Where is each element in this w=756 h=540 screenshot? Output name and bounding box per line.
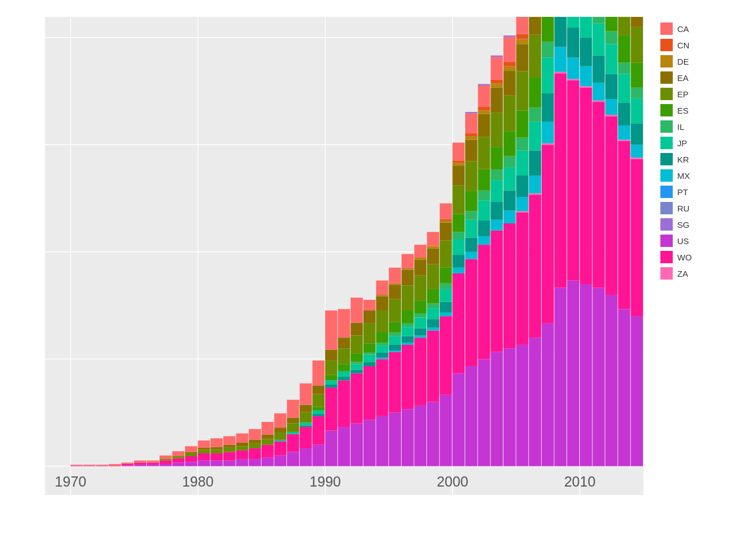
legend-item-pt: PT [660,186,745,198]
svg-rect-284 [516,17,529,34]
svg-rect-291 [529,122,541,151]
legend-swatch-il [660,120,673,133]
svg-rect-294 [529,35,541,78]
svg-rect-125 [350,370,363,373]
svg-rect-281 [516,44,529,71]
legend-swatch-ea [660,71,673,84]
legend-swatch-sg [660,218,673,231]
svg-rect-69 [236,433,249,442]
svg-rect-95 [300,422,312,425]
svg-rect-97 [300,405,312,412]
svg-rect-114 [325,310,338,350]
svg-rect-89 [287,424,299,432]
legend-swatch-ru [660,202,673,214]
svg-rect-249 [490,202,503,220]
legend-label-wo: WO [677,253,692,262]
svg-rect-241 [478,114,490,137]
legend-label-es: ES [677,106,688,115]
svg-rect-46 [185,456,197,462]
svg-rect-53 [198,448,210,450]
svg-rect-60 [223,461,236,466]
svg-rect-58 [210,447,223,449]
svg-rect-162 [389,268,401,284]
svg-rect-248 [490,220,503,231]
svg-rect-314 [555,287,567,466]
svg-rect-105 [312,385,325,394]
svg-rect-206 [440,219,452,220]
svg-rect-116 [338,380,350,427]
svg-rect-236 [478,220,490,236]
svg-rect-63 [223,445,236,448]
svg-rect-207 [440,204,452,219]
svg-rect-28 [122,466,134,466]
svg-rect-73 [249,440,261,443]
svg-rect-376 [605,31,618,44]
svg-rect-137 [363,343,376,352]
svg-rect-37 [160,464,172,466]
svg-rect-64 [223,436,236,444]
svg-rect-151 [376,281,389,295]
svg-rect-42 [172,458,184,463]
svg-rect-261 [503,210,516,223]
svg-rect-362 [592,17,605,23]
svg-rect-375 [605,44,618,74]
svg-rect-222 [465,252,478,259]
svg-rect-192 [427,264,439,289]
svg-rect-276 [516,176,529,197]
svg-rect-152 [389,413,401,466]
svg-rect-86 [287,452,299,466]
svg-rect-220 [465,366,478,466]
svg-rect-263 [503,168,516,191]
svg-rect-145 [376,345,389,353]
svg-rect-331 [567,57,579,79]
svg-rect-140 [363,300,376,310]
svg-rect-257 [490,57,503,80]
svg-rect-332 [567,28,579,57]
svg-rect-254 [490,88,503,112]
svg-rect-49 [185,446,197,452]
svg-rect-147 [376,332,389,343]
svg-rect-167 [402,327,414,336]
svg-rect-288 [529,194,541,195]
svg-rect-102 [312,411,325,414]
svg-rect-132 [363,420,376,466]
svg-rect-35 [147,462,159,465]
svg-rect-301 [542,145,554,323]
svg-rect-270 [503,37,516,62]
svg-rect-377 [605,17,618,31]
svg-rect-175 [414,338,426,406]
svg-rect-179 [414,313,426,318]
svg-rect-219 [452,143,465,161]
svg-rect-258 [490,56,503,57]
svg-rect-157 [389,332,401,336]
svg-rect-400 [631,158,643,159]
svg-rect-245 [478,84,490,86]
svg-rect-357 [592,102,605,287]
svg-rect-251 [490,170,503,181]
svg-rect-93 [300,427,312,448]
svg-rect-264 [503,156,516,168]
legend-item-sg: SG [660,218,745,231]
svg-rect-78 [262,435,274,439]
svg-rect-146 [376,343,389,345]
svg-rect-166 [402,336,414,343]
svg-rect-126 [350,364,363,370]
svg-rect-196 [440,395,452,466]
svg-rect-68 [236,443,249,446]
svg-rect-391 [618,35,631,62]
svg-rect-74 [249,429,261,440]
svg-rect-406 [631,27,643,62]
legend-item-de: DE [660,55,745,68]
svg-rect-280 [516,71,529,111]
svg-rect-82 [274,440,287,442]
svg-rect-24 [96,466,109,466]
svg-rect-40 [160,456,172,459]
svg-rect-32 [134,462,146,465]
svg-rect-240 [478,137,490,169]
svg-rect-191 [427,289,439,303]
svg-rect-247 [490,231,503,352]
svg-rect-262 [503,191,516,211]
legend-item-il: IL [660,120,745,133]
svg-rect-99 [312,445,325,466]
svg-rect-25 [96,465,109,465]
